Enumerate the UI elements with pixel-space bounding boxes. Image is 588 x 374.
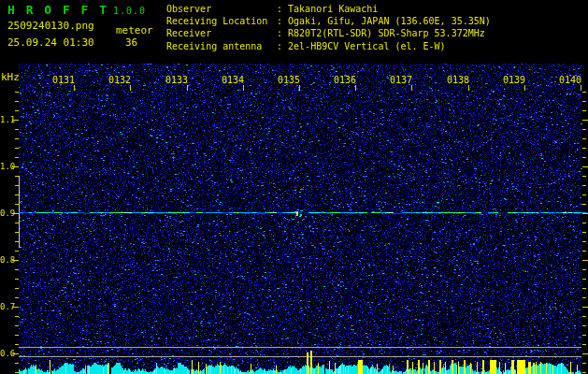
info-label: Observer [166,3,277,15]
info-label: Receiving Location [166,15,277,27]
freq-tick-label: 0.8 [0,255,12,265]
receiver-info-block: Observer: Takanori KawachiReceiving Loca… [166,3,491,52]
freq-tick-label: 1.1 [0,115,12,124]
app-version: 1.0.0 [113,6,146,16]
time-tick-label: 0136 [332,75,356,85]
meteor-count: 36 [125,36,137,49]
output-filename: 2509240130.png [7,20,94,32]
time-tick-label: 0139 [501,75,525,85]
info-label: Receiver [166,27,277,39]
spectrogram-canvas [0,0,588,374]
info-colon: : [277,16,288,26]
info-row: Receiver: R820T2(RTL-SDR) SDR-Sharp 53.3… [166,27,491,39]
app-title: H R O F F T [7,3,108,17]
info-label: Receiving antenna [166,40,277,52]
datetime-label: 25.09.24 01:30 [7,36,94,49]
info-colon: : [277,28,288,38]
time-tick-label: 0135 [276,75,300,85]
hrofft-window: H R O F F T 1.0.0 2509240130.png meteor … [0,0,588,374]
freq-tick-label: 0.7 [0,302,12,311]
freq-tick-label: 1.0 [0,162,12,171]
time-tick-label: 0138 [445,75,469,85]
time-tick-label: 0137 [388,75,412,85]
freq-unit-label: kHz [1,71,20,83]
info-row: Receiving antenna: 2el-HB9CV Vertical (e… [166,40,491,52]
info-colon: : [277,4,288,14]
info-row: Receiving Location: Ogaki, Gifu, JAPAN (… [166,15,491,27]
info-value: Takanori Kawachi [288,4,378,14]
info-row: Observer: Takanori Kawachi [166,3,491,15]
time-tick-label: 0133 [164,75,188,85]
freq-tick-label: 0.6 [0,349,12,358]
time-tick-label: 0140 [557,75,581,85]
time-tick-label: 0131 [50,75,75,85]
info-value: R820T2(RTL-SDR) SDR-Sharp 53.372MHz [288,28,485,38]
mode-label: meteor [116,24,153,36]
info-value: Ogaki, Gifu, JAPAN (136.60E, 35.35N) [288,16,491,26]
time-tick-label: 0132 [107,75,131,85]
info-value: 2el-HB9CV Vertical (el. E-W) [288,41,446,51]
freq-tick-label: 0.9 [0,209,12,218]
info-colon: : [277,41,288,51]
time-tick-label: 0134 [220,75,244,85]
